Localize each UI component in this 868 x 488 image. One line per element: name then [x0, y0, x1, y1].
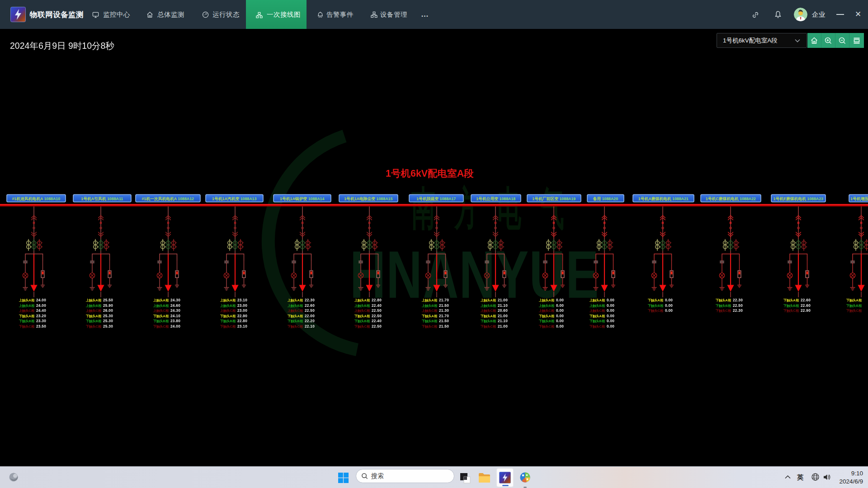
svg-text:25.30: 25.30 [103, 314, 113, 318]
svg-text:0.00: 0.00 [556, 324, 564, 328]
svg-text:下触头C相: 下触头C相 [480, 324, 496, 328]
svg-text:上触头B相: 上触头B相 [538, 304, 554, 308]
svg-text:上触头B相: 上触头B相 [85, 304, 101, 308]
svg-text:1号机增压风机电机 1088A24: 1号机增压风机电机 1088A24 [850, 197, 868, 201]
svg-text:下触头B相: 下触头B相 [480, 319, 496, 323]
svg-text:24.10: 24.10 [170, 314, 180, 318]
svg-text:21.50: 21.50 [439, 304, 449, 308]
svg-text:上触头B相: 上触头B相 [589, 304, 605, 308]
svg-text:下触头B相: 下触头B相 [19, 319, 34, 323]
svg-text:22.40: 22.40 [372, 304, 382, 308]
svg-text:下触头C相: 下触头C相 [783, 309, 799, 313]
svg-text:24.00: 24.00 [36, 298, 46, 302]
svg-text:0.00: 0.00 [556, 309, 564, 313]
svg-text:0.00: 0.00 [607, 319, 614, 323]
svg-text:23.00: 23.00 [237, 304, 247, 308]
svg-text:21.50: 21.50 [439, 319, 449, 323]
svg-text:1号机C磨煤机电机 1088A22: 1号机C磨煤机电机 1088A22 [706, 197, 756, 201]
svg-text:下触头B相: 下触头B相 [287, 319, 303, 323]
svg-text:#1机送风机电机A 1088A10: #1机送风机电机A 1088A10 [12, 197, 61, 201]
svg-text:1号机A磨煤机电机 1088A21: 1号机A磨煤机电机 1088A21 [638, 197, 689, 201]
svg-text:南方电气: 南方电气 [411, 183, 583, 234]
svg-text:上触头B相: 上触头B相 [480, 304, 496, 308]
svg-text:下触头C相: 下触头C相 [354, 324, 370, 328]
svg-text:下触头A相: 下触头A相 [153, 314, 169, 318]
svg-text:下触头A相: 下触头A相 [421, 314, 437, 318]
svg-text:0.00: 0.00 [556, 314, 564, 318]
svg-text:23.30: 23.30 [36, 319, 46, 323]
svg-text:1号机E磨煤机电机 1088A23: 1号机E磨煤机电机 1088A23 [774, 197, 824, 201]
svg-text:25.90: 25.90 [103, 304, 113, 308]
svg-text:21.70: 21.70 [439, 298, 449, 302]
svg-text:21.00: 21.00 [498, 314, 508, 318]
svg-text:#1机一次风机电机A 1088A12: #1机一次风机电机A 1088A12 [142, 197, 194, 201]
svg-text:下触头A相: 下触头A相 [538, 314, 554, 318]
svg-text:22.90: 22.90 [801, 309, 811, 313]
svg-text:备用 1088A20: 备用 1088A20 [593, 197, 618, 201]
svg-text:22.60: 22.60 [801, 298, 811, 302]
svg-text:22.40: 22.40 [372, 319, 382, 323]
svg-text:22.50: 22.50 [372, 314, 382, 318]
svg-text:0.00: 0.00 [607, 324, 614, 328]
svg-text:下触头B相: 下触头B相 [354, 319, 370, 323]
svg-text:下触头A相: 下触头A相 [715, 298, 731, 302]
svg-text:25.30: 25.30 [103, 324, 113, 328]
svg-text:下触头A相: 下触头A相 [354, 314, 370, 318]
svg-text:1号机1A锅炉变 1088A14: 1号机1A锅炉变 1088A14 [280, 197, 324, 201]
svg-text:22.20: 22.20 [305, 319, 315, 323]
svg-text:上触头B相: 上触头B相 [19, 304, 34, 308]
svg-text:上触头A相: 上触头A相 [220, 298, 236, 302]
svg-text:22.50: 22.50 [305, 309, 315, 313]
svg-text:23.20: 23.20 [36, 314, 46, 318]
svg-text:21.00: 21.00 [498, 324, 508, 328]
svg-text:0.00: 0.00 [607, 314, 614, 318]
svg-text:24.30: 24.30 [170, 298, 180, 302]
svg-text:下触头B相: 下触头B相 [715, 304, 731, 308]
svg-text:上触头A相: 上触头A相 [354, 298, 370, 302]
svg-text:下触头C相: 下触头C相 [287, 324, 303, 328]
svg-text:1号机公用变 1088A18: 1号机公用变 1088A18 [476, 197, 515, 201]
svg-text:0.00: 0.00 [556, 298, 564, 302]
svg-text:上触头C相: 上触头C相 [85, 309, 101, 313]
svg-text:22.50: 22.50 [372, 324, 382, 328]
svg-text:下触头B相: 下触头B相 [538, 319, 554, 323]
svg-text:25.30: 25.30 [103, 319, 113, 323]
svg-text:下触头C相: 下触头C相 [19, 324, 34, 328]
svg-text:下触头C相: 下触头C相 [647, 309, 663, 313]
svg-text:上触头C相: 上触头C相 [19, 309, 34, 313]
svg-text:下触头C相: 下触头C相 [846, 309, 862, 313]
svg-text:上触头B相: 上触头B相 [354, 304, 370, 308]
svg-text:下触头C相: 下触头C相 [715, 309, 731, 313]
svg-text:上触头A相: 上触头A相 [589, 298, 605, 302]
svg-text:上触头C相: 上触头C相 [287, 309, 303, 313]
svg-text:下触头C相: 下触头C相 [589, 324, 605, 328]
svg-text:22.80: 22.80 [372, 298, 382, 302]
svg-text:26.00: 26.00 [103, 309, 113, 313]
svg-text:下触头B相: 下触头B相 [589, 319, 605, 323]
svg-text:1号机1A汽机变 1088A13: 1号机1A汽机变 1088A13 [212, 197, 256, 201]
svg-text:0.00: 0.00 [556, 304, 564, 308]
svg-text:下触头B相: 下触头B相 [153, 319, 169, 323]
svg-text:上触头A相: 上触头A相 [287, 298, 303, 302]
svg-text:上触头A相: 上触头A相 [85, 298, 101, 302]
svg-text:下触头A相: 下触头A相 [220, 314, 236, 318]
svg-text:22.80: 22.80 [237, 319, 247, 323]
svg-text:上触头B相: 上触头B相 [287, 304, 303, 308]
svg-text:上触头A相: 上触头A相 [538, 298, 554, 302]
svg-text:22.10: 22.10 [305, 324, 315, 328]
svg-text:上触头C相: 上触头C相 [421, 309, 437, 313]
svg-text:0.00: 0.00 [665, 304, 673, 308]
svg-text:下触头C相: 下触头C相 [421, 324, 437, 328]
svg-text:23.50: 23.50 [36, 324, 46, 328]
svg-text:下触头B相: 下触头B相 [220, 319, 236, 323]
svg-text:1号机厂前区变 1088A19: 1号机厂前区变 1088A19 [533, 197, 576, 201]
svg-text:24.60: 24.60 [170, 304, 180, 308]
svg-text:上触头B相: 上触头B相 [421, 304, 437, 308]
svg-text:上触头B相: 上触头B相 [153, 304, 169, 308]
svg-text:22.50: 22.50 [733, 304, 743, 308]
svg-text:下触头A相: 下触头A相 [589, 314, 605, 318]
svg-text:上触头C相: 上触头C相 [220, 309, 236, 313]
svg-text:上触头C相: 上触头C相 [589, 309, 605, 313]
svg-text:22.50: 22.50 [372, 309, 382, 313]
svg-text:1号机A引风机 1088A11: 1号机A引风机 1088A11 [81, 197, 123, 201]
